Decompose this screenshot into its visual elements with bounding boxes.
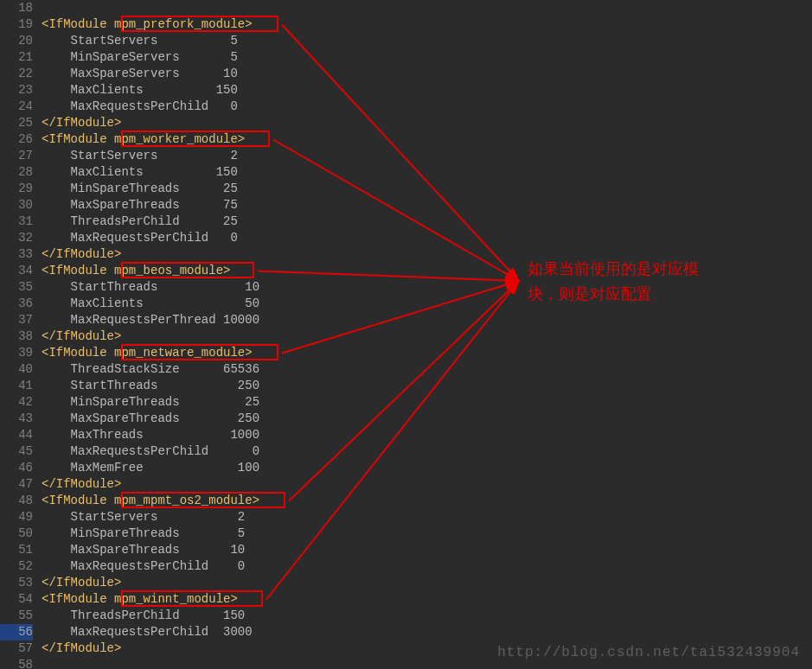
line-number: 23: [0, 82, 33, 99]
code-line[interactable]: MaxClients 150: [42, 82, 812, 99]
line-number: 33: [0, 246, 33, 263]
line-number: 35: [0, 279, 33, 296]
line-number: 31: [0, 213, 33, 230]
code-line[interactable]: <IfModule mpm_prefork_module>: [42, 16, 812, 33]
code-line[interactable]: MaxRequestsPerChild 0: [42, 443, 812, 460]
code-line[interactable]: <IfModule mpm_worker_module>: [42, 131, 812, 148]
code-line[interactable]: MinSpareThreads 25: [42, 181, 812, 197]
code-line[interactable]: <IfModule mpm_mpmt_os2_module>: [42, 493, 812, 509]
code-line[interactable]: MaxRequestsPerThread 10000: [42, 312, 812, 328]
line-number: 21: [0, 49, 33, 66]
line-number: 34: [0, 263, 33, 279]
code-line[interactable]: MaxRequestsPerChild 3000: [42, 624, 812, 640]
line-number: 50: [0, 526, 33, 542]
line-number: 48: [0, 493, 33, 509]
code-line[interactable]: ThreadsPerChild 25: [42, 213, 812, 230]
line-number: 56: [0, 624, 33, 640]
code-line[interactable]: MaxRequestsPerChild 0: [42, 99, 812, 115]
code-line[interactable]: MinSpareThreads 25: [42, 394, 812, 411]
line-number: 40: [0, 361, 33, 378]
code-line[interactable]: StartServers 2: [42, 509, 812, 526]
line-number: 43: [0, 411, 33, 427]
code-line[interactable]: MaxClients 150: [42, 164, 812, 181]
line-number: 36: [0, 296, 33, 312]
code-line[interactable]: MaxSpareThreads 75: [42, 197, 812, 213]
line-number: 42: [0, 394, 33, 411]
code-line[interactable]: MinSpareThreads 5: [42, 526, 812, 542]
code-line[interactable]: MaxSpareThreads 10: [42, 542, 812, 558]
line-number: 30: [0, 197, 33, 213]
line-number: 52: [0, 558, 33, 575]
code-line[interactable]: ThreadStackSize 65536: [42, 361, 812, 378]
code-line[interactable]: MaxThreads 1000: [42, 427, 812, 443]
code-line[interactable]: StartServers 2: [42, 148, 812, 164]
line-number: 38: [0, 328, 33, 345]
line-number: 39: [0, 345, 33, 361]
code-line[interactable]: </IfModule>: [42, 575, 812, 591]
line-number: 47: [0, 476, 33, 493]
line-number: 46: [0, 460, 33, 476]
line-number: 37: [0, 312, 33, 328]
code-line[interactable]: <IfModule mpm_beos_module>: [42, 263, 812, 279]
line-number: 19: [0, 16, 33, 33]
code-area[interactable]: <IfModule mpm_prefork_module> StartServe…: [42, 0, 812, 669]
code-line[interactable]: </IfModule>: [42, 640, 812, 657]
line-number-gutter: 1819202122232425262728293031323334353637…: [0, 0, 42, 669]
line-number: 58: [0, 657, 33, 669]
code-line[interactable]: MaxSpareThreads 250: [42, 411, 812, 427]
line-number: 41: [0, 378, 33, 394]
line-number: 28: [0, 164, 33, 181]
line-number: 22: [0, 66, 33, 82]
line-number: 26: [0, 131, 33, 148]
line-number: 32: [0, 230, 33, 246]
code-line[interactable]: MaxRequestsPerChild 0: [42, 558, 812, 575]
line-number: 57: [0, 640, 33, 657]
line-number: 20: [0, 33, 33, 49]
code-line[interactable]: MaxRequestsPerChild 0: [42, 230, 812, 246]
code-line[interactable]: </IfModule>: [42, 476, 812, 493]
code-line[interactable]: StartThreads 10: [42, 279, 812, 296]
code-line[interactable]: StartThreads 250: [42, 378, 812, 394]
code-line[interactable]: </IfModule>: [42, 328, 812, 345]
line-number: 24: [0, 99, 33, 115]
code-line[interactable]: MaxClients 50: [42, 296, 812, 312]
code-line[interactable]: ThreadsPerChild 150: [42, 608, 812, 624]
line-number: 27: [0, 148, 33, 164]
line-number: 55: [0, 608, 33, 624]
code-line[interactable]: [42, 0, 812, 16]
line-number: 49: [0, 509, 33, 526]
line-number: 29: [0, 181, 33, 197]
line-number: 54: [0, 591, 33, 608]
code-line[interactable]: MaxSpareServers 10: [42, 66, 812, 82]
line-number: 45: [0, 443, 33, 460]
line-number: 44: [0, 427, 33, 443]
code-line[interactable]: MaxMemFree 100: [42, 460, 812, 476]
line-number: 25: [0, 115, 33, 131]
code-line[interactable]: [42, 657, 812, 669]
code-line[interactable]: <IfModule mpm_netware_module>: [42, 345, 812, 361]
code-line[interactable]: StartServers 5: [42, 33, 812, 49]
line-number: 53: [0, 575, 33, 591]
code-line[interactable]: </IfModule>: [42, 246, 812, 263]
line-number: 18: [0, 0, 33, 16]
code-line[interactable]: </IfModule>: [42, 115, 812, 131]
code-line[interactable]: <IfModule mpm_winnt_module>: [42, 591, 812, 608]
line-number: 51: [0, 542, 33, 558]
code-line[interactable]: MinSpareServers 5: [42, 49, 812, 66]
code-editor[interactable]: 1819202122232425262728293031323334353637…: [0, 0, 812, 669]
